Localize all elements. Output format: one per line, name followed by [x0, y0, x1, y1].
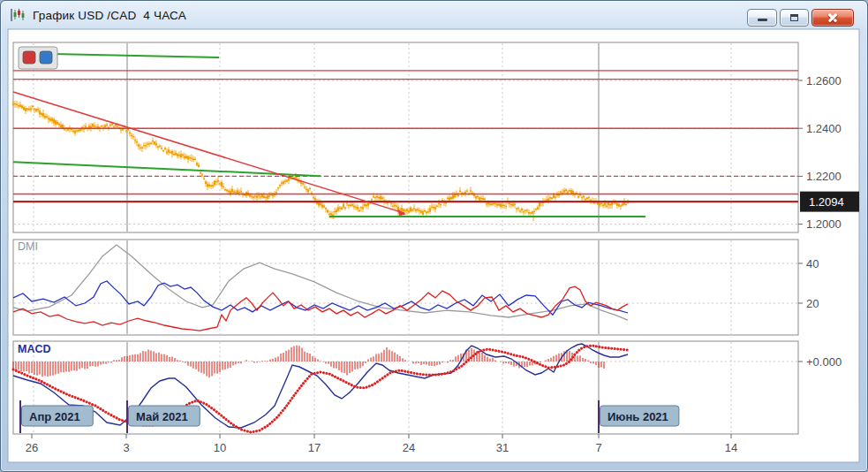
time-axis-label: 17	[308, 441, 321, 454]
macd-label: MACD	[18, 343, 51, 355]
dmi-axis-label: 20	[806, 297, 819, 310]
dmi-axis-label: 40	[806, 257, 819, 270]
price-axis-label: 1.2600	[806, 74, 842, 88]
restore-icon	[790, 14, 798, 21]
month-label: Июнь 2021	[608, 410, 668, 423]
time-axis-label: 10	[214, 441, 226, 454]
chart-canvas[interactable]: DMIMACDАпр 2021Май 2021Июнь 20211.26001.…	[1, 1, 868, 472]
minimize-button[interactable]	[747, 9, 777, 27]
dmi-label: DMI	[18, 240, 38, 253]
time-axis-label: 31	[496, 441, 509, 454]
month-label: Май 2021	[136, 410, 188, 423]
time-axis-label: 14	[725, 441, 737, 454]
price-axis-label: 1.2200	[806, 170, 842, 183]
time-axis-label: 7	[595, 441, 601, 454]
candlestick-chart-icon	[10, 8, 26, 22]
price-axis-label: 1.2000	[806, 217, 842, 231]
current-price-label: 1.2094	[809, 195, 844, 209]
maximize-button[interactable]	[780, 9, 809, 27]
window-title: График USD /CAD 4 ЧАСА	[33, 9, 186, 22]
blue-tool-button[interactable]	[40, 51, 52, 64]
title-bar[interactable]: График USD /CAD 4 ЧАСА	[1, 1, 867, 29]
time-axis-label: 24	[403, 441, 415, 454]
close-button[interactable]	[811, 9, 854, 27]
price-axis-label: 1.2400	[806, 122, 842, 135]
month-label: Апр 2021	[29, 410, 80, 423]
time-axis-label: 3	[123, 441, 129, 454]
close-icon	[812, 10, 853, 26]
app-window: График USD /CAD 4 ЧАСА DMIMACDАпр 2021Ма…	[0, 0, 868, 472]
macd-zero-label: +0.000	[806, 355, 842, 369]
minimize-icon	[758, 19, 767, 21]
time-axis-label: 26	[26, 441, 38, 454]
red-tool-button[interactable]	[23, 51, 35, 64]
